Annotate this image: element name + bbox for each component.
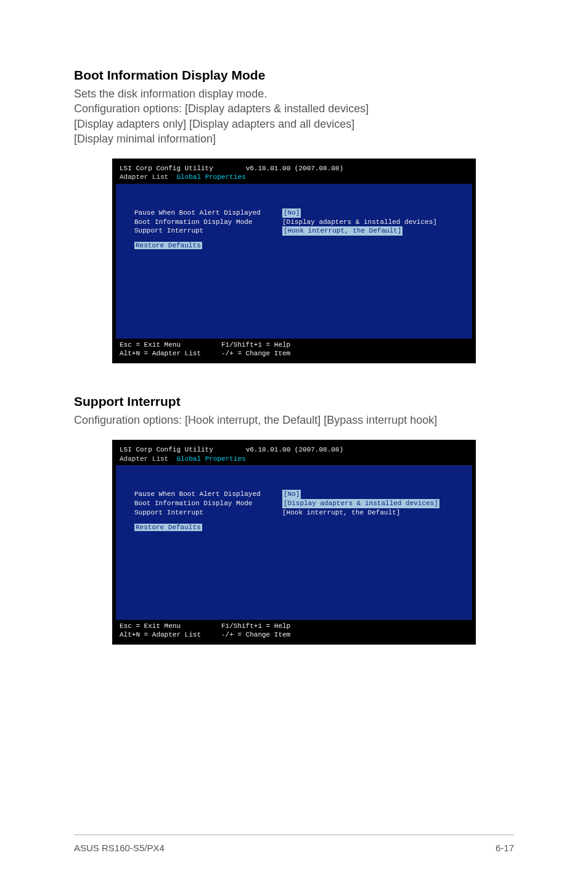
bootinfo-value: [Display adapters & installed devices] xyxy=(282,218,437,227)
bios-body-2: Pause When Boot Alert Displayed [No] Boo… xyxy=(116,465,472,531)
page-footer: ASUS RS160-S5/PX4 6-17 xyxy=(74,835,514,853)
support-value-2: [Hook interrupt, the Default] xyxy=(282,508,400,518)
bios-breadcrumb-1: Adapter List xyxy=(120,173,168,181)
pause-value-2: [No] xyxy=(282,490,301,499)
support-label-2: Support Interrupt xyxy=(134,508,282,518)
footer-change-2: -/+ = Change Item xyxy=(221,631,290,638)
bios-footer: Esc = Exit MenuF1/Shift+1 = Help Alt+N =… xyxy=(116,339,472,360)
footer-f1-2: F1/Shift+1 = Help xyxy=(221,622,290,630)
bios-version: v6.18.01.00 (2007.08.08) xyxy=(246,165,343,172)
footer-esc-2: Esc = Exit Menu xyxy=(120,622,221,630)
bios-body: Pause When Boot Alert Displayed [No] Boo… xyxy=(116,184,472,250)
support-label: Support Interrupt xyxy=(134,226,282,236)
footer-esc: Esc = Exit Menu xyxy=(120,340,221,349)
bios-version-2: v6.18.01.00 (2007.08.08) xyxy=(246,446,343,453)
support-value: [Hook interrupt, the Default] xyxy=(282,226,402,236)
bios-header: LSI Corp Config Utility v6.18.01.00 (200… xyxy=(116,162,472,184)
bios-title: LSI Corp Config Utility xyxy=(120,165,213,172)
bootinfo-value-2: [Display adapters & installed devices] xyxy=(282,499,439,508)
bootinfo-label-2: Boot Information Display Mode xyxy=(134,499,282,508)
bios-breadcrumb-2: Global Properties xyxy=(176,173,245,181)
footer-altn: Alt+N = Adapter List xyxy=(120,349,221,358)
pause-label: Pause When Boot Alert Displayed xyxy=(134,208,282,218)
restore-defaults: Restore Defaults xyxy=(134,242,202,249)
footer-left: ASUS RS160-S5/PX4 xyxy=(74,843,165,853)
bios-breadcrumb-1b: Adapter List xyxy=(120,455,168,463)
bios-breadcrumb-2b: Global Properties xyxy=(176,455,245,463)
bootinfo-label: Boot Information Display Mode xyxy=(134,218,282,227)
footer-f1: F1/Shift+1 = Help xyxy=(221,341,290,349)
restore-defaults-2: Restore Defaults xyxy=(134,524,202,531)
bios-screenshot-1: LSI Corp Config Utility v6.18.01.00 (200… xyxy=(112,159,476,363)
footer-change: -/+ = Change Item xyxy=(221,350,290,357)
bios-header-2: LSI Corp Config Utility v6.18.01.00 (200… xyxy=(116,444,472,465)
bios-title-2: LSI Corp Config Utility xyxy=(120,446,213,453)
bios-screen: LSI Corp Config Utility v6.18.01.00 (200… xyxy=(116,162,472,360)
section1-heading: Boot Information Display Mode xyxy=(74,68,514,83)
bios-screenshot-2: LSI Corp Config Utility v6.18.01.00 (200… xyxy=(112,440,476,645)
section2-heading: Support Interrupt xyxy=(74,394,514,409)
section1-text: Sets the disk information display mode. … xyxy=(74,86,514,146)
pause-label-2: Pause When Boot Alert Displayed xyxy=(134,490,282,499)
footer-right: 6-17 xyxy=(496,843,514,853)
bios-screen-2: LSI Corp Config Utility v6.18.01.00 (200… xyxy=(116,444,472,641)
pause-value: [No] xyxy=(282,208,301,218)
bios-footer-2: Esc = Exit MenuF1/Shift+1 = Help Alt+N =… xyxy=(116,620,472,642)
footer-altn-2: Alt+N = Adapter List xyxy=(120,630,221,639)
section2-text: Configuration options: [Hook interrupt, … xyxy=(74,413,514,427)
